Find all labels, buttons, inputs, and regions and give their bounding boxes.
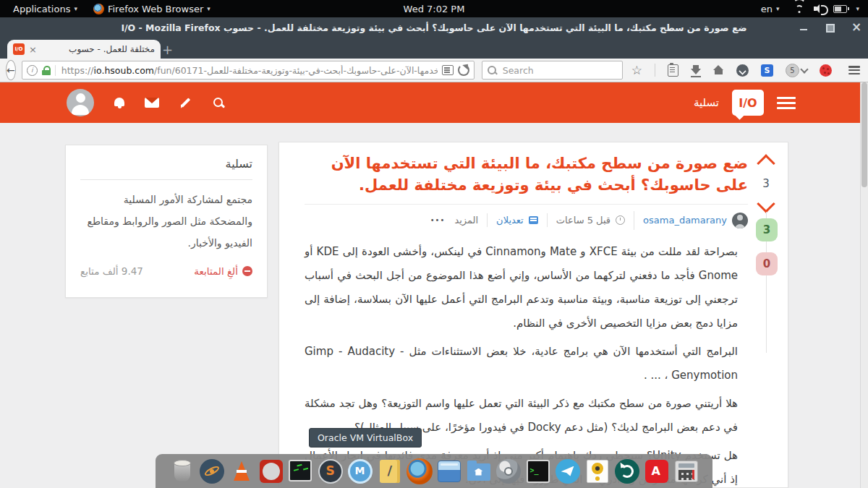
pocket-icon[interactable]: [736, 64, 749, 77]
tab-close-icon[interactable]: ×: [29, 45, 37, 54]
sublime-text-icon[interactable]: [317, 457, 344, 486]
sync-icon[interactable]: [258, 457, 285, 486]
messages-envelope-icon[interactable]: [145, 98, 159, 108]
tab-title: مختلفة للعمل. - حسوب: [41, 44, 155, 54]
site-menu-icon[interactable]: [777, 97, 796, 109]
community-sidebar-card: تسلية مجتمع لمشاركة الأمور المسلية والمض…: [65, 145, 268, 298]
chevron-down-icon[interactable]: ▾: [856, 5, 859, 12]
bookmarks-menu-icon[interactable]: [668, 64, 678, 77]
hsoub-io-logo[interactable]: I/O: [732, 90, 764, 116]
calculator-icon[interactable]: [673, 457, 700, 486]
notifications-bell-icon[interactable]: [114, 97, 125, 108]
desktop-top-panel: Applications ▾ Firefox Web Browser ▾ Wed…: [0, 0, 868, 17]
post-edits[interactable]: تعديلان: [487, 213, 547, 227]
user-avatar[interactable]: [67, 89, 94, 116]
author-name[interactable]: osama_damarany: [643, 215, 727, 226]
extension-s-icon[interactable]: S: [761, 64, 773, 77]
tab-strip: I/O × مختلفة للعمل. - حسوب +: [0, 38, 868, 59]
minus-circle-icon: [242, 266, 252, 276]
url-text[interactable]: https://io.hsoub.com/fun/60171-خدمها-الآ…: [55, 65, 438, 76]
site-header: تسلية I/O: [0, 82, 868, 123]
author-avatar: [732, 213, 748, 228]
acrobat-reader-icon[interactable]: [643, 457, 671, 486]
page-viewport: تسلية I/O تسلية مجتمع لمشاركة الأمور الم…: [0, 82, 868, 488]
time-label: قبل 5 ساعات: [556, 215, 610, 226]
post-author[interactable]: osama_damarany: [634, 211, 748, 230]
edits-label[interactable]: تعديلان: [496, 215, 524, 226]
divider: [305, 204, 748, 205]
minimize-button[interactable]: [799, 22, 809, 33]
tooltip: Oracle VM VirtualBox: [309, 428, 422, 448]
site-search-icon[interactable]: [213, 97, 225, 109]
wifi-icon[interactable]: [793, 4, 805, 13]
community-title[interactable]: تسلية: [80, 157, 252, 171]
scrollbar-thumb[interactable]: [861, 82, 867, 187]
url-bar[interactable]: i https://io.hsoub.com/fun/60171-خدمها-ا…: [22, 61, 475, 80]
chromium-icon[interactable]: [495, 457, 522, 486]
search-icon: [488, 66, 497, 75]
post-time: قبل 5 ساعات: [547, 213, 634, 227]
scrollbar[interactable]: [860, 82, 868, 488]
divider: [80, 179, 252, 180]
vlc-icon[interactable]: [228, 457, 255, 486]
post-paragraph: بصراحة لقد مللت من بيئة XFCE و Mate وCin…: [305, 240, 738, 335]
lang-label: en: [761, 4, 773, 14]
firefox-icon[interactable]: [406, 457, 433, 486]
desktop-screen: Applications ▾ Firefox Web Browser ▾ Wed…: [0, 0, 868, 488]
compose-pencil-icon[interactable]: [179, 96, 193, 109]
new-tab-button[interactable]: +: [156, 42, 179, 57]
upvote-icon[interactable]: [757, 154, 775, 172]
downvote-icon[interactable]: [757, 194, 775, 213]
timeshift-icon[interactable]: [613, 457, 641, 486]
dock: [156, 454, 712, 488]
battery-icon[interactable]: [833, 5, 847, 13]
trash-icon[interactable]: [169, 457, 196, 486]
reader-mode-icon[interactable]: [442, 65, 454, 75]
followers-count: 9.47 ألف متابع: [80, 265, 143, 277]
bookmark-star-icon[interactable]: ☆: [631, 63, 642, 77]
chevron-down-icon: ▾: [776, 5, 780, 12]
menu-hamburger-icon[interactable]: [848, 66, 860, 74]
virtualbox-icon[interactable]: [346, 457, 374, 486]
navigation-toolbar: ← i https://io.hsoub.com/fun/60171-خدمها…: [0, 59, 868, 82]
home-icon[interactable]: [713, 65, 724, 75]
back-button[interactable]: ←: [6, 60, 16, 80]
clock-icon: [616, 215, 625, 225]
home-folder-icon[interactable]: [465, 457, 493, 486]
search-bar[interactable]: [482, 61, 623, 80]
post-body: بصراحة لقد مللت من بيئة XFCE و Mate وCin…: [305, 240, 738, 488]
search-input[interactable]: [501, 64, 617, 77]
system-monitor-icon[interactable]: [287, 457, 315, 486]
speaker-icon[interactable]: [584, 457, 611, 486]
window-titlebar[interactable]: ضع صورة من سطح مكتبك، ما البيئة التي تست…: [0, 17, 868, 38]
https-lock-icon[interactable]: [42, 66, 51, 75]
telegram-icon[interactable]: [554, 457, 582, 486]
community-link[interactable]: تسلية: [694, 96, 719, 109]
more-label: المزيد: [454, 215, 478, 226]
positive-badge: 3: [756, 218, 778, 241]
keyboard-layout-indicator[interactable]: en ▾: [755, 4, 786, 14]
volume-icon[interactable]: [814, 4, 825, 13]
post-title: ضع صورة من سطح مكتبك، ما البيئة التي تست…: [315, 153, 748, 197]
clock[interactable]: Wed 7:02 PM: [0, 4, 868, 14]
unfollow-label: ألغِ المتابعة: [194, 265, 238, 277]
vote-column: 3: [753, 157, 779, 210]
files-icon[interactable]: [435, 457, 463, 486]
page-info-icon[interactable]: i: [27, 65, 38, 76]
extension-red-icon[interactable]: [820, 64, 832, 77]
maximize-button[interactable]: [825, 22, 835, 33]
reload-icon[interactable]: [458, 64, 469, 76]
unfollow-button[interactable]: ألغِ المتابعة: [194, 265, 252, 277]
window-title: ضع صورة من سطح مكتبك، ما البيئة التي تست…: [121, 22, 746, 33]
negative-badge: 0: [756, 252, 778, 275]
notes-icon[interactable]: [376, 457, 404, 486]
addon-count: 5: [786, 64, 799, 77]
browser-tab[interactable]: I/O × مختلفة للعمل. - حسوب: [7, 40, 161, 59]
science-icon[interactable]: [198, 457, 226, 486]
hsoub-favicon-icon: I/O: [13, 43, 25, 55]
downloads-icon[interactable]: [691, 65, 701, 76]
terminal-icon[interactable]: [524, 457, 552, 486]
close-button[interactable]: [851, 22, 861, 33]
addon-badge[interactable]: 5: [786, 64, 807, 77]
more-menu[interactable]: المزيد: [422, 213, 487, 227]
